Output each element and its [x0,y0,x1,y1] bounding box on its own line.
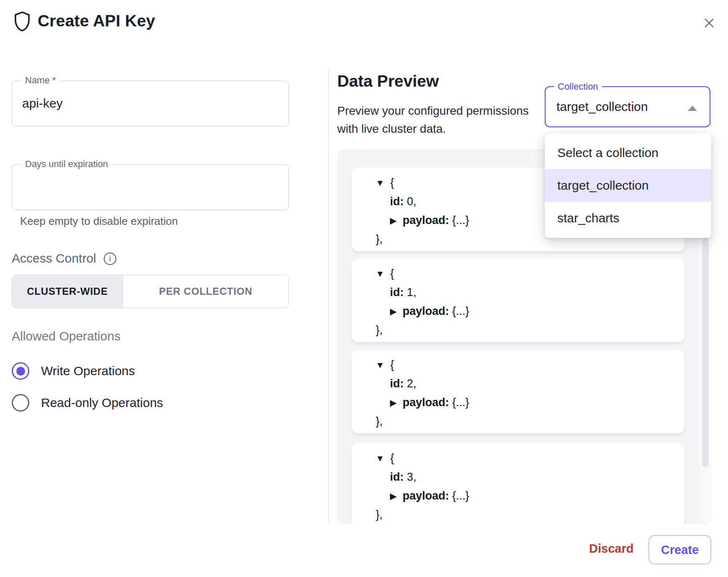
data-preview-heading: Data Preview [337,72,439,90]
column-divider [328,68,329,523]
access-control-heading: Access Control i [12,251,116,265]
caret-up-icon [688,106,697,111]
record-open-row: ▼{ [376,355,684,374]
triangle-down-icon[interactable]: ▼ [376,178,385,188]
create-button[interactable]: Create [649,535,711,564]
record-id-row: id: 3, [376,468,684,487]
dialog-title: Create API Key [38,12,155,30]
expiration-field: Days until expiration [12,164,289,210]
collection-dropdown-menu: Select a collectiontarget_collectionstar… [545,133,711,238]
allowed-operations-heading: Allowed Operations [12,329,120,343]
open-brace: { [390,358,394,371]
name-field: Name * [12,80,289,126]
discard-button[interactable]: Discard [589,542,633,556]
menu-item-star-charts[interactable]: star_charts [545,202,711,234]
triangle-right-icon[interactable]: ▶ [390,398,397,408]
id-key: id: [390,377,404,390]
open-brace: { [390,452,394,465]
record-open-row: ▼{ [376,449,684,468]
triangle-right-icon[interactable]: ▶ [390,307,397,317]
radio-write-operations[interactable]: Write Operations [12,361,135,381]
collection-select[interactable]: Collection target_collection [545,86,710,127]
id-key: id: [390,471,404,484]
access-toggle-per-collection[interactable]: PER COLLECTION [123,275,288,308]
payload-value: {...} [449,305,469,318]
preview-record-card: ▼{id: 1,▶payload: {...}}, [351,258,684,342]
access-toggle-cluster-wide[interactable]: CLUSTER-WIDE [12,275,123,308]
record-id-row: id: 1, [376,283,684,302]
record-payload-row: ▶payload: {...} [376,487,684,505]
record-close-row: }, [376,412,684,431]
open-brace: { [390,176,394,189]
record-payload-row: ▶payload: {...} [376,393,684,412]
payload-key: payload: [402,396,449,409]
payload-key: payload: [402,489,449,502]
name-input[interactable] [12,81,288,126]
id-value: 3, [404,471,416,484]
close-icon[interactable] [700,13,719,33]
expiration-helper-text: Keep empty to disable expiration [20,215,178,228]
triangle-right-icon[interactable]: ▶ [390,216,397,226]
triangle-down-icon[interactable]: ▼ [376,360,385,370]
triangle-down-icon[interactable]: ▼ [376,453,385,464]
radio-selected-icon [12,362,29,380]
preview-record-card: ▼{id: 3,▶payload: {...}}, [351,443,684,524]
radio-label: Write Operations [41,364,135,378]
payload-key: payload: [402,214,449,227]
payload-value: {...} [449,214,469,227]
record-close-row: }, [376,321,684,340]
record-open-row: ▼{ [376,264,684,283]
id-key: id: [390,195,404,208]
id-value: 2, [404,377,416,390]
info-icon[interactable]: i [104,252,116,265]
id-key: id: [390,286,404,299]
menu-item-select-a-collection[interactable]: Select a collection [545,137,711,169]
id-value: 0, [404,195,416,208]
access-control-toggle-group: CLUSTER-WIDEPER COLLECTION [12,275,289,308]
open-brace: { [390,267,394,280]
data-preview-description: Preview your configured permissions with… [337,102,542,138]
radio-unselected-icon [12,394,29,412]
create-api-key-dialog: Create API Key Name * Days until expirat… [0,0,728,577]
preview-scrollbar-thumb[interactable] [702,238,709,467]
triangle-down-icon[interactable]: ▼ [376,269,385,279]
radio-label: Read-only Operations [41,396,163,410]
triangle-right-icon[interactable]: ▶ [390,491,397,501]
record-payload-row: ▶payload: {...} [376,302,684,321]
radio-read-only-operations[interactable]: Read-only Operations [12,393,163,412]
record-close-row: }, [376,505,684,524]
collection-select-value: target_collection [556,87,648,126]
expiration-input[interactable] [12,165,288,210]
payload-key: payload: [402,305,449,318]
record-id-row: id: 2, [376,374,684,393]
payload-value: {...} [449,489,469,502]
shield-icon [13,11,32,33]
preview-record-card: ▼{id: 2,▶payload: {...}}, [351,350,684,433]
menu-item-target-collection[interactable]: target_collection [545,169,711,202]
id-value: 1, [404,286,416,299]
payload-value: {...} [449,396,469,409]
